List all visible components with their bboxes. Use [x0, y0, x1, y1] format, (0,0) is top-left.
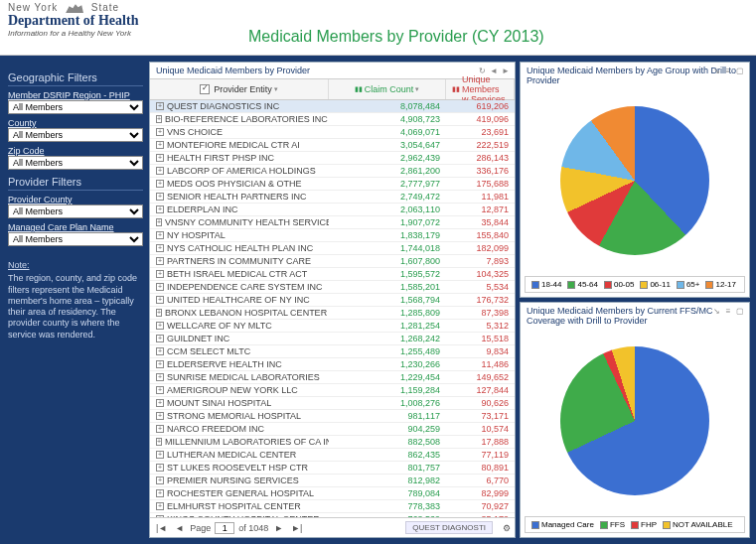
table-row[interactable]: +ELDERPLAN INC2,063,11012,871: [150, 204, 515, 216]
legend-item[interactable]: NOT AVAILABLE: [663, 520, 732, 529]
expand-icon[interactable]: +: [156, 193, 164, 201]
table-row[interactable]: +ST LUKES ROOSEVELT HSP CTR801,75780,891: [150, 462, 515, 475]
pager-prev[interactable]: ◄: [173, 523, 186, 533]
table-row[interactable]: +MILLENNIUM LABORATORIES OF CA INC882,50…: [150, 436, 515, 449]
col-provider[interactable]: Provider Entity▾: [150, 79, 329, 99]
table-row[interactable]: +MONTEFIORE MEDICAL CTR AI3,054,647222,5…: [150, 139, 515, 152]
table-row[interactable]: +ELDERSERVE HEALTH INC1,230,26611,486: [150, 358, 515, 371]
table-row[interactable]: +NARCO FREEDOM INC904,25910,574: [150, 423, 515, 436]
pie-chart-age[interactable]: [560, 106, 709, 255]
legend-item[interactable]: 45-64: [567, 280, 597, 289]
table-row[interactable]: +VNS CHOICE4,069,07123,691: [150, 126, 515, 139]
pie-chart-coverage[interactable]: [560, 346, 709, 495]
table-row[interactable]: +HEALTH FIRST PHSP INC2,962,439286,143: [150, 152, 515, 165]
expand-icon[interactable]: +: [156, 244, 164, 252]
expand-icon[interactable]: +: [156, 283, 164, 291]
legend-item[interactable]: FFS: [600, 520, 625, 529]
select-all-checkbox[interactable]: [200, 84, 210, 94]
table-row[interactable]: +NY HOSPITAL1,838,179155,840: [150, 229, 515, 242]
table-row[interactable]: +ELMHURST HOSPITAL CENTER778,38370,927: [150, 500, 515, 513]
drill-icon[interactable]: ↘: [711, 306, 721, 316]
expand-icon[interactable]: +: [156, 476, 164, 484]
table-row[interactable]: +BIO-REFERENCE LABORATORIES INC4,908,723…: [150, 113, 515, 126]
expand-icon[interactable]: +: [156, 167, 164, 175]
maximize-icon[interactable]: ▢: [735, 66, 745, 75]
expand-icon[interactable]: +: [156, 335, 164, 342]
table-row[interactable]: +SUNRISE MEDICAL LABORATORIES1,229,45414…: [150, 371, 515, 384]
pager-next[interactable]: ►: [272, 523, 285, 533]
table-row[interactable]: +MEDS OOS PHYSICIAN & OTHE2,777,977175,6…: [150, 178, 515, 191]
table-row[interactable]: +BETH ISRAEL MEDICAL CTR ACT1,595,572104…: [150, 268, 515, 281]
table-row[interactable]: +WELLCARE OF NY MLTC1,281,2545,312: [150, 320, 515, 333]
maximize-icon[interactable]: ▢: [735, 306, 745, 316]
table-row[interactable]: +LABCORP OF AMERICA HOLDINGS2,861,200336…: [150, 165, 515, 178]
table-row[interactable]: +CCM SELECT MLTC1,255,4899,834: [150, 345, 515, 358]
gear-icon[interactable]: ⚙: [503, 523, 511, 533]
table-row[interactable]: +BRONX LEBANON HOSPITAL CENTER1,285,8098…: [150, 307, 515, 320]
expand-icon[interactable]: +: [156, 399, 164, 407]
legend-item[interactable]: 06-11: [640, 280, 670, 289]
pcounty-select[interactable]: All Members: [8, 204, 143, 218]
menu-icon[interactable]: ≡: [723, 306, 733, 316]
expand-icon[interactable]: +: [156, 102, 164, 110]
table-row[interactable]: +VNSNY COMMUNITY HEALTH SERVICES1,907,07…: [150, 216, 515, 229]
legend-item[interactable]: 65+: [677, 280, 700, 289]
expand-icon[interactable]: +: [156, 515, 164, 517]
expand-icon[interactable]: +: [156, 502, 164, 510]
table-row[interactable]: +NYS CATHOLIC HEALTH PLAN INC1,744,01818…: [150, 242, 515, 255]
legend-item[interactable]: 18-44: [531, 280, 561, 289]
legend-item[interactable]: Managed Care: [531, 520, 594, 529]
table-row[interactable]: +PARTNERS IN COMMUNITY CARE1,607,8007,89…: [150, 255, 515, 268]
pager-input[interactable]: [215, 522, 234, 534]
expand-icon[interactable]: +: [156, 257, 164, 265]
expand-icon[interactable]: +: [156, 128, 164, 136]
expand-icon[interactable]: +: [156, 451, 164, 459]
expand-icon[interactable]: +: [156, 115, 162, 123]
expand-icon[interactable]: +: [156, 412, 164, 420]
sort-icon[interactable]: ▾: [274, 85, 278, 93]
expand-icon[interactable]: +: [156, 347, 164, 355]
expand-icon[interactable]: +: [156, 425, 164, 433]
pager-first[interactable]: |◄: [154, 523, 169, 533]
expand-icon[interactable]: +: [156, 386, 164, 394]
expand-icon[interactable]: +: [156, 309, 162, 317]
chart-age-body[interactable]: [521, 88, 749, 272]
legend-item[interactable]: 12-17: [705, 280, 735, 289]
expand-icon[interactable]: +: [156, 322, 164, 330]
county-select[interactable]: All Members: [8, 128, 143, 142]
expand-icon[interactable]: +: [156, 464, 164, 472]
menu-icon[interactable]: ≡: [723, 66, 733, 75]
expand-icon[interactable]: +: [156, 141, 164, 149]
expand-icon[interactable]: +: [156, 180, 164, 188]
expand-icon[interactable]: +: [156, 489, 164, 497]
region-select[interactable]: All Members: [8, 100, 143, 114]
table-row[interactable]: +UNITED HEALTHCARE OF NY INC1,568,794176…: [150, 294, 515, 307]
col-claim-count[interactable]: ▮▮Claim Count▾: [329, 79, 446, 99]
zip-select[interactable]: All Members: [8, 156, 143, 170]
table-row[interactable]: +STRONG MEMORIAL HOSPITAL981,11773,171: [150, 410, 515, 423]
table-row[interactable]: +SENIOR HEALTH PARTNERS INC2,749,47211,9…: [150, 191, 515, 204]
table-row[interactable]: +QUEST DIAGNOSTICS INC8,078,484619,206: [150, 100, 515, 113]
table-row[interactable]: +MOUNT SINAI HOSPITAL1,008,27690,626: [150, 397, 515, 410]
expand-icon[interactable]: +: [156, 296, 164, 304]
table-row[interactable]: +AMERIGROUP NEW YORK LLC1,159,284127,844: [150, 384, 515, 397]
expand-icon[interactable]: +: [156, 218, 162, 226]
sort-icon[interactable]: ▾: [415, 85, 419, 93]
table-row[interactable]: +GUILDNET INC1,268,24215,518: [150, 333, 515, 345]
table-row[interactable]: +ROCHESTER GENERAL HOSPITAL789,08482,999: [150, 487, 515, 500]
expand-icon[interactable]: +: [156, 373, 164, 381]
expand-icon[interactable]: +: [156, 270, 164, 278]
legend-item[interactable]: FHP: [631, 520, 657, 529]
expand-icon[interactable]: +: [156, 154, 164, 162]
expand-icon[interactable]: +: [156, 438, 162, 446]
expand-icon[interactable]: +: [156, 231, 164, 239]
pager-last[interactable]: ►|: [289, 523, 304, 533]
table-row[interactable]: +PREMIER NURSING SERVICES812,9826,770: [150, 475, 515, 487]
drill-icon[interactable]: ↘: [711, 66, 721, 75]
plan-select[interactable]: All Members: [8, 232, 143, 246]
table-body[interactable]: +QUEST DIAGNOSTICS INC8,078,484619,206+B…: [150, 100, 515, 517]
table-row[interactable]: +INDEPENDENCE CARE SYSTEM INC1,585,2015,…: [150, 281, 515, 294]
expand-icon[interactable]: +: [156, 205, 164, 213]
table-row[interactable]: +LUTHERAN MEDICAL CENTER862,43577,119: [150, 449, 515, 462]
table-row[interactable]: +KINGS COUNTY HOSPITAL CENTER768,52985,1…: [150, 513, 515, 517]
